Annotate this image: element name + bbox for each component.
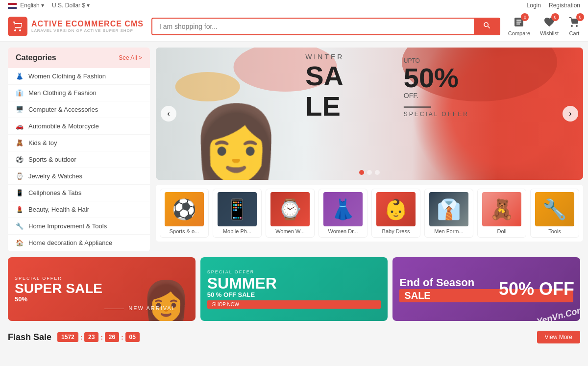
- slider-winter-text: WINTER: [305, 53, 344, 61]
- wishlist-label: Wishlist: [540, 30, 559, 36]
- search-button[interactable]: [474, 18, 500, 35]
- currency-selector[interactable]: U.S. Dollar $ ▾: [52, 2, 90, 9]
- slider-text-right: UPTO 50% OFF. ━━━━━━━ SPECIAL OFFER: [404, 57, 469, 118]
- sidebar-item-label: Cellphones & Tabs: [28, 189, 81, 196]
- banner-2-tag: SPECIAL OFFER: [207, 269, 381, 274]
- cat-grid-item-phone[interactable]: 📱 Mobile Ph...: [213, 189, 262, 238]
- slider-next-button[interactable]: ›: [563, 106, 578, 122]
- sidebar-item-women-clothing[interactable]: 👗 Women Clothing & Fashion: [8, 68, 150, 85]
- sidebar-item-kids[interactable]: 🧸 Kids & toy: [8, 135, 150, 151]
- phone-emoji: 📱: [225, 198, 249, 221]
- banner-super-sale[interactable]: SPECIAL OFFER SUPER SALE 50% 👩 NEW ARRIV…: [8, 257, 196, 321]
- wdress-emoji: 👗: [331, 198, 355, 221]
- slider-special: SPECIAL OFFER: [404, 111, 469, 118]
- sidebar-item-label: Jewelry & Watches: [28, 172, 82, 180]
- login-link[interactable]: Login: [527, 2, 541, 9]
- computer-icon: 🖥️: [16, 106, 24, 113]
- cat-grid-phone-img: 📱: [218, 192, 257, 226]
- slider-dot-2[interactable]: [367, 170, 372, 175]
- cellphones-icon: 📱: [16, 189, 24, 196]
- banner-summer[interactable]: SPECIAL OFFER SUMMER 50 % OFF SALE SHOP …: [200, 257, 388, 321]
- home-icon: 🏠: [16, 239, 24, 246]
- slider-scene: 👩 WINTER SALE UPTO 50% OFF. ━━━━━━━ SPEC…: [156, 48, 583, 180]
- banner-2-shop-now[interactable]: SHOP NOW: [207, 300, 381, 309]
- top-bar-right: Login Registration: [527, 2, 580, 9]
- wishlist-badge: 0: [551, 13, 559, 21]
- slider-text-left: WINTER SALE: [305, 53, 344, 121]
- sidebar-item-label: Kids & toy: [28, 139, 57, 146]
- watch-emoji: ⌚: [278, 198, 302, 221]
- bdress-emoji: 👶: [384, 198, 408, 221]
- wishlist-action[interactable]: 0 Wishlist: [540, 16, 559, 36]
- banner-3-pct: 50% OFF: [499, 280, 574, 298]
- cat-grid-watch-label: Women W...: [275, 228, 305, 234]
- sidebar-item-sports[interactable]: ⚽ Sports & outdoor: [8, 151, 150, 168]
- timer-sep-1: :: [80, 334, 82, 341]
- cart-icon-wrapper: 0: [568, 16, 580, 29]
- slider-divider: ━━━━━━━: [404, 103, 469, 111]
- cart-badge: 0: [576, 13, 584, 21]
- sidebar-item-automobile[interactable]: 🚗 Automobile & Motorcycle: [8, 118, 150, 135]
- timer-ms: 05: [125, 332, 140, 342]
- slider-percent: 50%: [404, 64, 469, 92]
- slider-dot-1[interactable]: [359, 170, 364, 175]
- compare-action[interactable]: 0 Compare: [508, 16, 530, 36]
- see-all-link[interactable]: See All >: [119, 54, 142, 61]
- cat-grid-item-doll[interactable]: 🧸 Doll: [477, 189, 526, 238]
- timer-seconds: 26: [105, 332, 119, 342]
- search-input[interactable]: [151, 18, 474, 35]
- sidebar-item-label: Computer & Accessories: [28, 106, 98, 113]
- language-selector[interactable]: English ▾: [8, 2, 44, 9]
- cat-grid-phone-label: Mobile Ph...: [223, 228, 251, 234]
- registration-link[interactable]: Registration: [549, 2, 580, 9]
- view-more-button[interactable]: View More: [537, 331, 580, 343]
- cart-action[interactable]: 0 Cart: [568, 16, 580, 36]
- sidebar-item-home-decoration[interactable]: 🏠 Home decoration & Appliance: [8, 235, 150, 251]
- cat-grid-item-watch[interactable]: ⌚ Women W...: [266, 189, 315, 238]
- sidebar-item-beauty[interactable]: 💄 Beauty, Health & Hair: [8, 201, 150, 218]
- category-grid: ⚽ Sports & o... 📱 Mobile Ph... ⌚ Women W…: [156, 185, 583, 242]
- slider-dot-3[interactable]: [375, 170, 380, 175]
- sidebar-item-label: Home decoration & Appliance: [28, 239, 112, 246]
- timer-minutes: 23: [84, 332, 98, 342]
- sidebar-item-label: Automobile & Motorcycle: [28, 122, 99, 130]
- sidebar-item-label: Women Clothing & Fashion: [28, 73, 106, 80]
- sidebar-title: Categories: [16, 53, 56, 62]
- flash-sale-title: Flash Sale: [8, 332, 51, 342]
- logo[interactable]: ACTIVE ECOMMERCE CMS LARAVEL VERSION OF …: [8, 17, 144, 36]
- cat-grid-watch-img: ⌚: [270, 192, 310, 226]
- cat-grid-item-bdress[interactable]: 👶 Baby Dress: [371, 189, 420, 238]
- sidebar-item-cellphones[interactable]: 📱 Cellphones & Tabs: [8, 185, 150, 201]
- compare-label: Compare: [508, 30, 530, 36]
- kids-icon: 🧸: [16, 139, 24, 146]
- sidebar-item-men-clothing[interactable]: 👔 Men Clothing & Fashion: [8, 85, 150, 101]
- search-icon: [483, 21, 491, 30]
- countdown-timer: 1572 : 23 : 26 : 05: [57, 332, 140, 342]
- cat-grid-item-wdress[interactable]: 👗 Women Dr...: [318, 189, 368, 238]
- cat-grid-doll-label: Doll: [497, 228, 507, 234]
- cat-grid-item-tools[interactable]: 🔧 Tools: [530, 189, 579, 238]
- slider-prev-button[interactable]: ‹: [161, 106, 176, 122]
- automobile-icon: 🚗: [16, 122, 24, 130]
- sidebar-item-home-improvement[interactable]: 🔧 Home Improvement & Tools: [8, 218, 150, 235]
- banner-1-small: NEW ARRIVAL: [128, 305, 175, 311]
- men-clothing-icon: 👔: [16, 89, 24, 97]
- sports-emoji: ⚽: [172, 198, 196, 221]
- center-content: 👩 WINTER SALE UPTO 50% OFF. ━━━━━━━ SPEC…: [156, 48, 583, 251]
- banner-end-season[interactable]: End of Season SALE 50% OFF YenVn.Com: [392, 257, 580, 321]
- cat-grid-item-sports[interactable]: ⚽ Sports & o...: [160, 189, 209, 238]
- women-clothing-icon: 👗: [16, 73, 24, 80]
- logo-icon: [8, 17, 27, 36]
- cart-logo-icon: [12, 21, 24, 32]
- sidebar-item-jewelry[interactable]: ⌚ Jewelry & Watches: [8, 168, 150, 185]
- cat-grid-item-men[interactable]: 👔 Men Form...: [424, 189, 473, 238]
- banner-1-new-arrival: NEW ARRIVAL: [104, 305, 175, 311]
- banner-2-sub: 50 % OFF SALE: [207, 291, 381, 298]
- slider-dots: [359, 170, 380, 175]
- sidebar-item-label: Men Clothing & Fashion: [28, 89, 97, 97]
- banner-2-big: SUMMER: [207, 275, 381, 291]
- sidebar-item-computer[interactable]: 🖥️ Computer & Accessories: [8, 101, 150, 118]
- timer-sep-3: :: [121, 334, 123, 341]
- top-bar: English ▾ U.S. Dollar $ ▾ Login Registra…: [0, 0, 588, 11]
- jewelry-icon: ⌚: [16, 172, 24, 180]
